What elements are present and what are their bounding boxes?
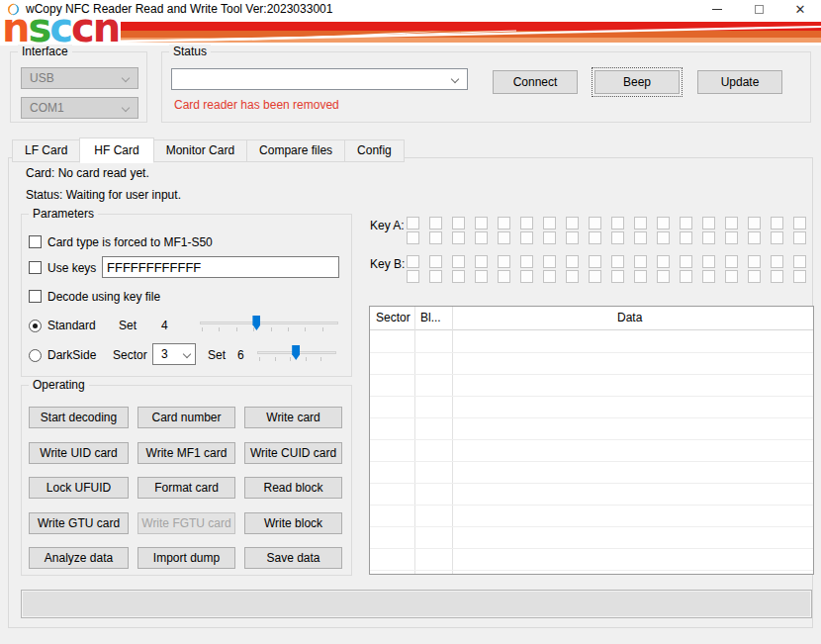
- table-row[interactable]: [370, 549, 813, 571]
- key-sector-checkbox[interactable]: [543, 231, 556, 244]
- key-sector-checkbox[interactable]: [657, 231, 670, 244]
- key-sector-checkbox[interactable]: [566, 255, 579, 268]
- beep-button[interactable]: Beep: [594, 70, 680, 94]
- key-sector-checkbox[interactable]: [452, 270, 465, 283]
- standard-radio[interactable]: [29, 320, 42, 332]
- key-sector-checkbox[interactable]: [589, 255, 601, 268]
- update-button[interactable]: Update: [697, 70, 782, 94]
- table-row[interactable]: [370, 397, 813, 418]
- key-sector-checkbox[interactable]: [429, 231, 442, 244]
- key-sector-checkbox[interactable]: [748, 231, 761, 244]
- sector-select[interactable]: 3: [152, 343, 196, 365]
- key-sector-checkbox[interactable]: [452, 255, 465, 268]
- table-row[interactable]: [370, 506, 813, 527]
- key-sector-checkbox[interactable]: [543, 270, 556, 283]
- button-write-card[interactable]: Write card: [244, 407, 342, 428]
- key-sector-checkbox[interactable]: [611, 217, 624, 230]
- key-sector-checkbox[interactable]: [475, 270, 488, 283]
- key-sector-checkbox[interactable]: [771, 231, 783, 244]
- decode-key-file-checkbox[interactable]: [29, 290, 42, 303]
- minimize-button[interactable]: [696, 0, 738, 19]
- darkside-radio[interactable]: [29, 349, 42, 362]
- key-sector-checkbox[interactable]: [793, 231, 806, 244]
- key-sector-checkbox[interactable]: [725, 231, 738, 244]
- key-sector-checkbox[interactable]: [452, 217, 465, 230]
- table-row[interactable]: [370, 331, 813, 353]
- table-row[interactable]: [370, 484, 813, 506]
- key-sector-checkbox[interactable]: [748, 255, 761, 268]
- key-sector-checkbox[interactable]: [566, 270, 579, 283]
- key-sector-checkbox[interactable]: [589, 270, 601, 283]
- key-sector-checkbox[interactable]: [634, 255, 647, 268]
- button-start-decoding[interactable]: Start decoding: [29, 407, 129, 428]
- key-sector-checkbox[interactable]: [589, 217, 601, 230]
- key-sector-checkbox[interactable]: [680, 217, 692, 230]
- table-row[interactable]: [370, 462, 813, 484]
- data-table[interactable]: Sector Bl... Data: [369, 306, 814, 575]
- key-sector-checkbox[interactable]: [520, 255, 533, 268]
- key-sector-checkbox[interactable]: [657, 270, 670, 283]
- key-sector-checkbox[interactable]: [429, 255, 442, 268]
- maximize-button[interactable]: [738, 0, 779, 19]
- key-sector-checkbox[interactable]: [680, 270, 692, 283]
- keys-input[interactable]: [102, 256, 339, 278]
- key-sector-checkbox[interactable]: [725, 255, 738, 268]
- key-sector-checkbox[interactable]: [634, 231, 647, 244]
- use-keys-checkbox[interactable]: [29, 261, 42, 274]
- key-sector-checkbox[interactable]: [407, 270, 419, 283]
- table-row[interactable]: [370, 418, 813, 440]
- darkside-set-slider[interactable]: [257, 345, 336, 363]
- table-row[interactable]: [370, 375, 813, 397]
- key-sector-checkbox[interactable]: [475, 217, 488, 230]
- button-write-uid-card[interactable]: Write UID card: [29, 442, 129, 464]
- key-sector-checkbox[interactable]: [725, 217, 738, 230]
- key-sector-checkbox[interactable]: [771, 217, 783, 230]
- key-sector-checkbox[interactable]: [793, 217, 806, 230]
- key-sector-checkbox[interactable]: [771, 255, 783, 268]
- close-button[interactable]: ✕: [779, 0, 821, 19]
- key-sector-checkbox[interactable]: [407, 231, 419, 244]
- force-card-type-checkbox[interactable]: [29, 235, 42, 248]
- key-sector-checkbox[interactable]: [611, 255, 624, 268]
- table-row[interactable]: [370, 353, 813, 375]
- key-sector-checkbox[interactable]: [452, 231, 465, 244]
- button-save-data[interactable]: Save data: [244, 547, 342, 569]
- data-table-body[interactable]: [370, 331, 813, 574]
- button-import-dump[interactable]: Import dump: [137, 547, 235, 569]
- button-card-number[interactable]: Card number: [137, 407, 235, 428]
- table-row[interactable]: [370, 527, 813, 549]
- key-sector-checkbox[interactable]: [634, 217, 647, 230]
- key-sector-checkbox[interactable]: [566, 231, 579, 244]
- button-read-block[interactable]: Read block: [244, 477, 342, 499]
- key-sector-checkbox[interactable]: [475, 255, 488, 268]
- key-sector-checkbox[interactable]: [407, 217, 419, 230]
- button-write-block[interactable]: Write block: [244, 512, 342, 534]
- key-sector-checkbox[interactable]: [498, 231, 510, 244]
- key-sector-checkbox[interactable]: [748, 217, 761, 230]
- tab-hf-card[interactable]: HF Card: [79, 138, 153, 163]
- key-sector-checkbox[interactable]: [520, 217, 533, 230]
- key-sector-checkbox[interactable]: [748, 270, 761, 283]
- tab-monitor-card[interactable]: Monitor Card: [153, 139, 247, 162]
- key-sector-checkbox[interactable]: [407, 255, 419, 268]
- key-sector-checkbox[interactable]: [702, 217, 715, 230]
- key-sector-checkbox[interactable]: [589, 231, 601, 244]
- button-lock-ufuid[interactable]: Lock UFUID: [29, 477, 129, 499]
- column-header-data[interactable]: Data: [617, 311, 642, 324]
- key-sector-checkbox[interactable]: [657, 217, 670, 230]
- button-analyze-data[interactable]: Analyze data: [29, 547, 129, 569]
- key-sector-checkbox[interactable]: [702, 255, 715, 268]
- button-write-gtu-card[interactable]: Write GTU card: [29, 512, 129, 534]
- key-sector-checkbox[interactable]: [520, 270, 533, 283]
- tab-config[interactable]: Config: [344, 139, 405, 162]
- key-sector-checkbox[interactable]: [680, 255, 692, 268]
- key-sector-checkbox[interactable]: [611, 231, 624, 244]
- tab-compare-files[interactable]: Compare files: [246, 139, 345, 162]
- connect-button[interactable]: Connect: [493, 70, 578, 94]
- key-sector-checkbox[interactable]: [657, 255, 670, 268]
- button-write-cuid-card[interactable]: Write CUID card: [244, 442, 342, 464]
- table-row[interactable]: [370, 440, 813, 462]
- key-sector-checkbox[interactable]: [498, 217, 510, 230]
- key-sector-checkbox[interactable]: [771, 270, 783, 283]
- key-sector-checkbox[interactable]: [543, 217, 556, 230]
